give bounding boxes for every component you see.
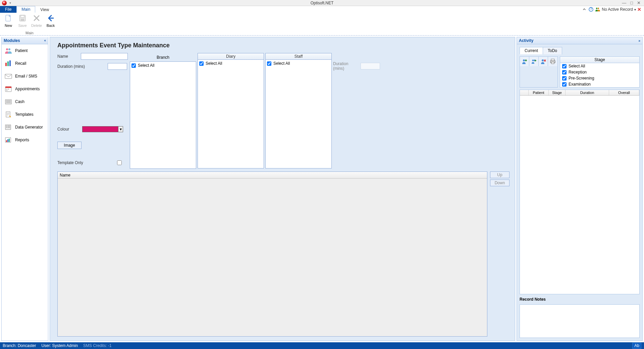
svg-point-3 [598, 8, 599, 9]
expand-activity-icon[interactable]: » [638, 39, 640, 43]
module-label: Patient [15, 48, 28, 53]
select-all-label: Select All [273, 61, 290, 66]
tab-current[interactable]: Current [520, 47, 543, 54]
back-button[interactable]: Back [44, 13, 57, 28]
delete-button[interactable]: Delete [30, 13, 43, 28]
add-group-button[interactable] [529, 57, 539, 66]
help-icon[interactable]: ? [588, 7, 594, 12]
close-record-button[interactable]: ✕ [637, 7, 641, 12]
stage-box: Stage Select All Reception Pre-Screening… [560, 56, 640, 88]
colour-picker[interactable]: ▾ [82, 126, 123, 132]
module-patient[interactable]: Patient [2, 44, 48, 57]
module-templates[interactable]: Templates [2, 108, 48, 121]
email-icon [4, 72, 12, 80]
delete-icon [32, 13, 41, 23]
staff-listbox[interactable]: Select All [265, 59, 332, 168]
stage-item[interactable]: Select All [560, 63, 639, 69]
module-label: Data Generator [15, 125, 43, 130]
stage-item[interactable]: Examination [560, 81, 639, 87]
save-label: Save [18, 23, 26, 28]
module-appointments[interactable]: Appointments [2, 83, 48, 95]
remove-patient-button[interactable] [539, 57, 548, 66]
svg-rect-21 [6, 101, 11, 102]
branch-select-all[interactable]: Select All [131, 63, 195, 68]
activity-table[interactable]: Patient Stage Duration Overall [520, 90, 640, 294]
module-recall[interactable]: Recall [2, 57, 48, 70]
module-data-generator[interactable]: Data Generator [2, 121, 48, 134]
reports-icon [4, 136, 12, 144]
add-patient-button[interactable] [520, 57, 529, 66]
stage-checkbox[interactable] [562, 70, 567, 74]
back-icon [46, 13, 55, 23]
stage-list[interactable]: Select All Reception Pre-Screening Exami… [560, 63, 639, 87]
stage-item[interactable]: Reception [560, 69, 639, 75]
image-button[interactable]: Image [57, 142, 82, 149]
save-button[interactable]: Save [16, 13, 29, 28]
name-input[interactable] [81, 53, 128, 60]
stage-header: Stage [560, 57, 639, 63]
svg-rect-27 [6, 127, 7, 128]
diary-select-all[interactable]: Select All [199, 61, 262, 66]
event-type-list[interactable]: Name [57, 171, 487, 337]
duration-input[interactable] [108, 63, 127, 70]
new-icon [4, 13, 13, 23]
status-ab-button[interactable]: Ab [632, 343, 641, 349]
tab-file[interactable]: File [0, 6, 16, 13]
stage-checkbox[interactable] [562, 76, 567, 81]
ribbon-tab-row: File Main View ? No Active Record ▾ ✕ [0, 6, 644, 13]
svg-rect-26 [8, 126, 10, 127]
svg-rect-11 [7, 61, 9, 66]
branch-select-all-checkbox[interactable] [131, 63, 136, 68]
svg-rect-16 [6, 89, 7, 90]
modules-panel: Modules « Patient Recall Email / SMS App… [1, 37, 48, 341]
module-email-sms[interactable]: Email / SMS [2, 70, 48, 83]
module-label: Templates [15, 112, 34, 117]
print-button[interactable] [548, 57, 557, 66]
stage-checkbox[interactable] [562, 82, 567, 87]
record-notes[interactable] [520, 304, 640, 338]
tab-todo[interactable]: ToDo [543, 47, 562, 54]
colour-swatch [83, 127, 118, 132]
collapse-modules-icon[interactable]: « [44, 39, 46, 42]
app-title: Optisoft.NET [311, 1, 334, 5]
module-reports[interactable]: Reports [2, 134, 48, 146]
staff-select-all[interactable]: Select All [267, 61, 330, 66]
status-sms: SMS Credits: -1 [83, 343, 112, 348]
module-cash[interactable]: Cash [2, 95, 48, 108]
close-window-button[interactable]: ✕ [637, 1, 641, 5]
workspace: Modules « Patient Recall Email / SMS App… [0, 36, 644, 342]
data-generator-icon [4, 123, 12, 131]
new-button[interactable]: New [2, 13, 15, 28]
record-status: No Active Record [602, 7, 633, 12]
down-button[interactable]: Down [490, 180, 509, 186]
col-overall: Overall [609, 90, 639, 95]
appointments-icon [4, 85, 12, 93]
branch-label: Branch [157, 55, 169, 60]
ribbon-group-label: Main [0, 31, 59, 35]
patient-icon [4, 47, 12, 54]
colour-dropdown-icon[interactable]: ▾ [118, 127, 123, 132]
diary-select-all-checkbox[interactable] [199, 61, 204, 66]
stage-checkbox[interactable] [562, 64, 567, 68]
templates-icon [4, 111, 12, 118]
svg-text:?: ? [590, 7, 592, 11]
diary-header[interactable]: Diary [198, 53, 264, 60]
minimize-button[interactable]: — [622, 1, 626, 5]
qat-dropdown-icon[interactable]: ▾ [8, 1, 12, 5]
branch-listbox[interactable]: Select All [130, 61, 196, 169]
diary-listbox[interactable]: Select All [198, 59, 264, 168]
users-icon[interactable] [595, 7, 600, 12]
tab-view[interactable]: View [35, 6, 54, 13]
maximize-button[interactable]: □ [630, 1, 633, 5]
tab-main[interactable]: Main [16, 6, 35, 13]
record-status-dropdown-icon[interactable]: ▾ [634, 8, 636, 11]
staff-header[interactable]: Staff [265, 53, 332, 60]
up-button[interactable]: Up [490, 171, 509, 178]
template-only-checkbox[interactable] [117, 160, 122, 165]
staff-select-all-checkbox[interactable] [267, 61, 271, 66]
modules-title: Modules [4, 38, 20, 43]
name-label: Name [57, 54, 81, 59]
ribbon-collapse-icon[interactable] [582, 7, 587, 12]
stage-item[interactable]: Pre-Screening [560, 75, 639, 81]
module-label: Email / SMS [15, 74, 37, 79]
